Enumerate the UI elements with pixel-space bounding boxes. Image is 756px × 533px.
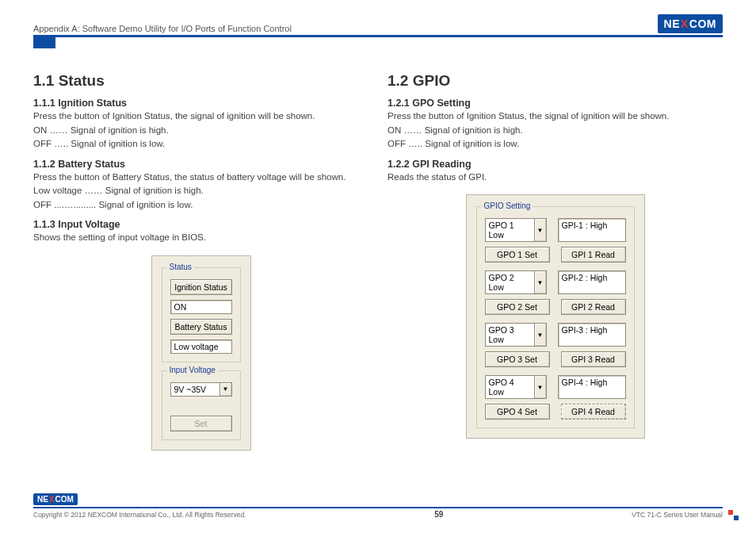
gpi3-value: GPI-3 : High — [558, 323, 626, 347]
copyright: Copyright © 2012 NEXCOM International Co… — [33, 511, 246, 519]
fieldset-status-legend: Status — [167, 263, 194, 271]
gpo3-select-value: GPO 3 Low — [486, 324, 534, 346]
text-iv-1: Shows the setting of input voltage in BI… — [33, 232, 368, 244]
header-rule — [33, 35, 723, 37]
gpo4-set-button[interactable]: GPO 4 Set — [485, 404, 550, 420]
logo-x-icon: X — [49, 495, 55, 504]
text-gpo-3: OFF ….. Signal of ignition is low. — [388, 138, 723, 151]
gpo1-select-value: GPO 1 Low — [486, 219, 534, 241]
fieldset-input-voltage: Input Voltage 9V ~35V ▼ Set — [162, 370, 241, 440]
gpo1-set-button[interactable]: GPO 1 Set — [485, 247, 550, 263]
gpi1-value: GPI-1 : High — [558, 218, 626, 242]
gpo4-select[interactable]: GPO 4 Low▼ — [485, 375, 547, 399]
chevron-down-icon: ▼ — [220, 383, 231, 396]
ignition-status-button[interactable]: Ignition Status — [170, 279, 232, 295]
text-gpo-1: Press the button of Ignition Status, the… — [388, 110, 723, 123]
text-ign-1: Press the button of Ignition Status, the… — [33, 110, 368, 123]
logo-part-com: COM — [689, 17, 716, 30]
heading-ignition-status: 1.1.1 Ignition Status — [33, 98, 368, 109]
logo-part-ne: NE — [37, 495, 48, 504]
text-bat-3: OFF ....…......... Signal of ignition is… — [33, 199, 368, 212]
header-tab — [33, 37, 55, 48]
gpo2-select[interactable]: GPO 2 Low▼ — [485, 270, 547, 294]
gpo2-select-value: GPO 2 Low — [486, 271, 534, 293]
heading-status: 1.1 Status — [33, 72, 368, 90]
gpo3-set-button[interactable]: GPO 3 Set — [485, 351, 550, 367]
text-ign-3: OFF ….. Signal of ignition is low. — [33, 138, 368, 151]
column-gpio: 1.2 GPIO 1.2.1 GPO Setting Press the but… — [388, 72, 723, 451]
chevron-down-icon: ▼ — [534, 324, 546, 346]
battery-status-button[interactable]: Battery Status — [170, 319, 232, 335]
text-ign-2: ON …… Signal of ignition is high. — [33, 125, 368, 137]
gpio-panel: GPIO Setting GPO 1 Low▼ GPI-1 : High GPO… — [466, 194, 645, 439]
gpo1-select[interactable]: GPO 1 Low▼ — [485, 218, 547, 242]
input-voltage-select[interactable]: 9V ~35V ▼ — [170, 382, 232, 397]
gpo2-set-button[interactable]: GPO 2 Set — [485, 299, 550, 315]
logo-part-ne: NE — [664, 17, 680, 30]
appendix-title: Appendix A: Software Demo Utility for I/… — [33, 24, 292, 33]
logo-part-com: COM — [55, 495, 74, 504]
heading-battery-status: 1.1.2 Battery Status — [33, 159, 368, 170]
chevron-down-icon: ▼ — [534, 376, 546, 398]
input-voltage-set-button: Set — [170, 416, 232, 431]
gpi4-read-button[interactable]: GPI 4 Read — [561, 404, 626, 420]
text-bat-1: Press the button of Battery Status, the … — [33, 171, 368, 184]
fieldset-status: Status Ignition Status ON Battery Status… — [162, 267, 241, 362]
gpi2-read-button[interactable]: GPI 2 Read — [561, 299, 626, 315]
chevron-down-icon: ▼ — [534, 271, 546, 293]
input-voltage-value: 9V ~35V — [171, 383, 220, 396]
heading-gpio: 1.2 GPIO — [388, 72, 723, 90]
gpi3-read-button[interactable]: GPI 3 Read — [561, 351, 626, 367]
footer-logo: NEXCOM — [33, 493, 78, 505]
text-bat-2: Low voltage …… Signal of ignition is hig… — [33, 185, 368, 197]
ignition-status-value: ON — [170, 300, 232, 314]
corner-decoration-icon — [728, 510, 739, 520]
heading-input-voltage: 1.1.3 Input Voltage — [33, 219, 368, 230]
fieldset-iv-legend: Input Voltage — [167, 366, 218, 374]
heading-gpo-setting: 1.2.1 GPO Setting — [388, 98, 723, 109]
gpo3-select[interactable]: GPO 3 Low▼ — [485, 323, 547, 347]
heading-gpi-reading: 1.2.2 GPI Reading — [388, 159, 723, 170]
footer: NEXCOM Copyright © 2012 NEXCOM Internati… — [33, 491, 723, 519]
text-gpi-1: Reads the status of GPI. — [388, 171, 723, 184]
manual-name: VTC 71-C Series User Manual — [632, 511, 723, 519]
text-gpo-2: ON …… Signal of ignition is high. — [388, 125, 723, 137]
gpi1-read-button[interactable]: GPI 1 Read — [561, 247, 626, 263]
logo-nexcom: NEXCOM — [658, 14, 723, 33]
gpi4-value: GPI-4 : High — [558, 375, 626, 399]
status-panel: Status Ignition Status ON Battery Status… — [151, 255, 251, 451]
chevron-down-icon: ▼ — [534, 219, 546, 241]
fieldset-gpio: GPIO Setting GPO 1 Low▼ GPI-1 : High GPO… — [476, 206, 635, 428]
gpo4-select-value: GPO 4 Low — [486, 376, 534, 398]
fieldset-gpio-legend: GPIO Setting — [482, 201, 533, 210]
column-status: 1.1 Status 1.1.1 Ignition Status Press t… — [33, 72, 368, 451]
page-number: 59 — [434, 510, 443, 519]
gpi2-value: GPI-2 : High — [558, 270, 626, 294]
logo-x-icon: X — [681, 17, 689, 30]
battery-status-value: Low voltage — [170, 339, 232, 354]
